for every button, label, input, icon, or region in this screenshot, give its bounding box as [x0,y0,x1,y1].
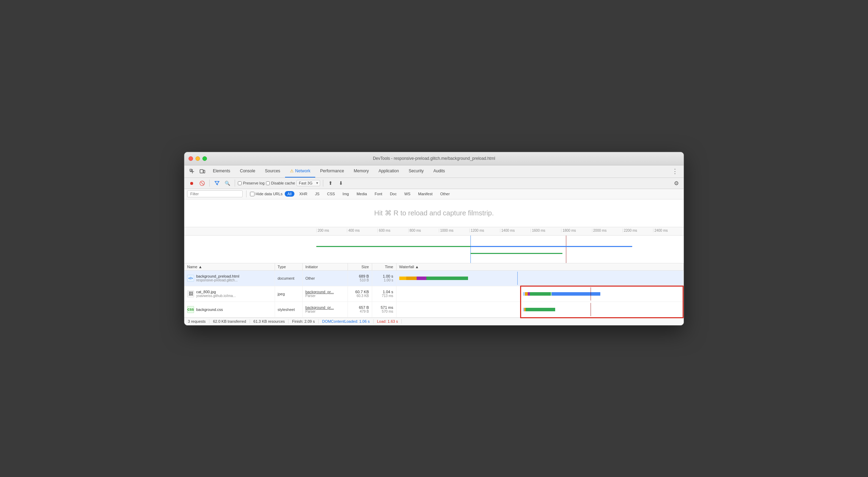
preserve-log-label[interactable]: Preserve log [238,181,265,185]
timeline-domcontent-vline [470,236,471,263]
disable-cache-label[interactable]: Disable cache [266,181,295,185]
table-row[interactable]: </> background_preload.html responsive-p… [184,270,684,286]
file-icon-img: 🖼 [187,290,194,297]
cell-initiator-1: Other [302,270,348,286]
search-button[interactable]: 🔍 [223,179,232,188]
filename-1: background_preload.html [196,274,239,278]
filter-bar: Hide data URLs All XHR JS CSS Img Media … [184,189,684,199]
timeline-lines [316,236,684,263]
network-table: Name ▲ Type Initiator Size Time Waterfal… [184,263,684,318]
ruler-tick-2400: 2400 ms [653,229,684,232]
tab-console[interactable]: Console [235,165,260,178]
cell-waterfall-1 [396,270,684,286]
record-button[interactable]: ⏺ [187,179,196,188]
minimize-button[interactable] [195,156,200,161]
filename-domain-1: responsive-preload.glitch... [196,278,239,282]
device-toggle-icon[interactable] [198,166,207,176]
cell-waterfall-3 [396,302,684,317]
filter-all-button[interactable]: All [285,191,294,197]
table-header-row: Name ▲ Type Initiator Size Time Waterfal… [184,263,684,271]
ruler-tick-1400: 1400 ms [500,229,531,232]
hide-data-urls-label[interactable]: Hide data URLs [250,192,283,196]
filter-ws-button[interactable]: WS [401,191,413,197]
col-size[interactable]: Size [348,263,372,271]
tab-security[interactable]: Security [404,165,428,178]
close-button[interactable] [189,156,193,161]
filter-button[interactable] [212,179,222,188]
clear-button[interactable]: 🚫 [198,179,207,188]
filter-js-button[interactable]: JS [312,191,322,197]
cell-name-1: </> background_preload.html responsive-p… [184,270,275,286]
tab-sources[interactable]: Sources [260,165,285,178]
disable-cache-checkbox[interactable] [266,181,270,185]
filter-font-button[interactable]: Font [372,191,385,197]
filename-3: background.css [196,307,223,312]
ruler-tick-200: 200 ms [316,229,347,232]
table-row[interactable]: CSS background.css stylesheet background… [184,302,684,317]
ruler-tick-2200: 2200 ms [623,229,653,232]
cell-initiator-2: background_pr... Parser [302,286,348,302]
network-table-wrapper: Name ▲ Type Initiator Size Time Waterfal… [184,263,684,318]
timeline-chart [184,236,684,263]
devtools-tab-bar: Elements Console Sources ⚠ Network Perfo… [184,165,684,178]
tab-audits[interactable]: Audits [428,165,450,178]
load-time: Load: 1.63 s [374,319,402,323]
transferred-size: 62.0 KB transferred [209,319,250,323]
cell-name-3: CSS background.css [184,302,275,317]
cell-time-3: 571 ms 570 ms [372,302,396,317]
tab-elements[interactable]: Elements [208,165,235,178]
export-button[interactable]: ⬇ [336,179,345,188]
filter-img-button[interactable]: Img [340,191,352,197]
filter-manifest-button[interactable]: Manifest [415,191,435,197]
import-button[interactable]: ⬆ [326,179,335,188]
filter-doc-button[interactable]: Doc [387,191,400,197]
maximize-button[interactable] [202,156,207,161]
tab-memory[interactable]: Memory [349,165,374,178]
cell-time-1: 1.00 s 1.00 s [372,270,396,286]
window-title: DevTools - responsive-preload.glitch.me/… [373,156,495,161]
cell-waterfall-2 [396,286,684,302]
traffic-lights [189,156,207,161]
tab-application[interactable]: Application [374,165,404,178]
file-icon-css: CSS [187,306,194,313]
cell-size-1: 689 B 510 B [348,270,372,286]
filter-css-button[interactable]: CSS [324,191,338,197]
tab-list: Elements Console Sources ⚠ Network Perfo… [208,165,669,178]
svg-rect-0 [190,169,192,171]
table-row[interactable]: 🖼 cat_800.jpg yoavweiss.github.io/ima...… [184,286,684,302]
filter-media-button[interactable]: Media [354,191,370,197]
col-name[interactable]: Name ▲ [184,263,275,271]
col-waterfall[interactable]: Waterfall ▲ [396,263,684,271]
svg-rect-1 [200,170,203,173]
toolbar-separator-2 [235,180,235,187]
toolbar-separator-3 [323,180,323,187]
svg-rect-2 [203,170,205,173]
ruler-tick-400: 400 ms [347,229,377,232]
ruler-ticks: 200 ms 400 ms 600 ms 800 ms 1000 ms 1200… [184,229,684,232]
throttle-select[interactable]: Fast 3G Slow 3G Online Offline [297,180,320,186]
filter-separator [246,190,247,197]
col-initiator[interactable]: Initiator [302,263,348,271]
tab-performance[interactable]: Performance [315,165,349,178]
ruler-tick-600: 600 ms [377,229,408,232]
more-tabs-button[interactable]: ⋮ [669,167,681,175]
network-settings-button[interactable]: ⚙ [672,179,681,188]
filmstrip-area: Hit ⌘ R to reload and capture filmstrip. [184,199,684,227]
hide-data-urls-checkbox[interactable] [250,192,254,196]
col-time[interactable]: Time [372,263,396,271]
filter-input[interactable] [187,190,243,197]
cell-size-2: 60.7 KB 60.3 KB [348,286,372,302]
tab-network[interactable]: ⚠ Network [285,165,315,178]
filter-other-button[interactable]: Other [437,191,453,197]
ruler-tick-1200: 1200 ms [469,229,500,232]
title-bar: DevTools - responsive-preload.glitch.me/… [184,152,684,165]
preserve-log-checkbox[interactable] [238,181,242,185]
cell-type-3: stylesheet [275,302,302,317]
status-bar: 3 requests 62.0 KB transferred 61.3 KB r… [184,318,684,325]
inspector-icon[interactable] [187,166,197,176]
cell-type-1: document [275,270,302,286]
ruler-tick-800: 800 ms [408,229,439,232]
col-type[interactable]: Type [275,263,302,271]
filter-xhr-button[interactable]: XHR [297,191,310,197]
finish-time: Finish: 2.09 s [289,319,318,323]
